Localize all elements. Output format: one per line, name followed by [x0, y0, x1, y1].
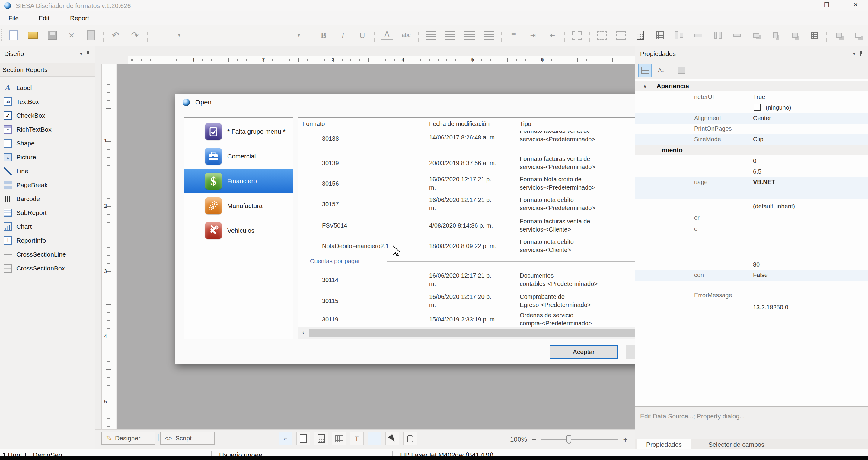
send-to-back-icon[interactable]: [852, 29, 865, 42]
zoom-slider-thumb[interactable]: [566, 435, 571, 444]
menu-file[interactable]: File: [2, 11, 25, 25]
category-financiero[interactable]: $ Financiero: [184, 169, 293, 193]
bring-to-front-icon[interactable]: [833, 29, 845, 42]
make-same-size-icon[interactable]: [788, 29, 801, 42]
chevron-down-icon[interactable]: ▾: [80, 51, 83, 57]
tab-designer[interactable]: ✎ Designer: [101, 432, 155, 444]
scroll-left-icon[interactable]: ‹: [300, 329, 307, 336]
tab-selector-de-campos[interactable]: Selector de campos: [696, 439, 777, 450]
column-header-formato[interactable]: Formato: [302, 120, 325, 127]
toolbox-item-subreport[interactable]: SubReport: [0, 206, 95, 220]
property-row[interactable]: SizeMode Clip: [635, 134, 868, 145]
color-swatch[interactable]: [754, 104, 761, 111]
toolbox-item-label[interactable]: A Label: [0, 81, 95, 95]
category-falta-grupo-menu[interactable]: * Falta grupo menu *: [184, 119, 293, 144]
bounds-icon[interactable]: [595, 29, 608, 42]
horizontal-scrollbar[interactable]: ‹ ›: [298, 327, 683, 339]
toolbox-item-checkbox[interactable]: ✓ CheckBox: [0, 109, 95, 123]
undo-icon[interactable]: ↶: [109, 29, 122, 42]
property-row[interactable]: 13.2.18250.0: [635, 302, 868, 313]
property-row[interactable]: (default, inherit): [635, 201, 868, 212]
toolbox-item-chart[interactable]: Chart: [0, 220, 95, 234]
minimize-button[interactable]: —: [790, 1, 804, 8]
page-dots-view-icon[interactable]: [314, 432, 328, 445]
property-row[interactable]: [635, 188, 868, 199]
property-row[interactable]: Alignment Center: [635, 113, 868, 124]
maximize-button[interactable]: ❐: [820, 1, 834, 8]
property-row[interactable]: er: [635, 213, 868, 223]
align-left-icon[interactable]: [425, 29, 437, 42]
toolbox-section-header[interactable]: Section Reports: [0, 63, 95, 77]
make-same-width-icon[interactable]: [750, 29, 763, 42]
align-middles-icon[interactable]: [692, 29, 705, 42]
pin-icon[interactable]: [85, 51, 90, 56]
save-icon[interactable]: [46, 29, 59, 42]
grid-box-icon[interactable]: [634, 29, 647, 42]
accept-button[interactable]: Aceptar: [550, 345, 618, 359]
property-row[interactable]: (ninguno): [635, 103, 868, 113]
grid-view-icon[interactable]: [332, 432, 346, 445]
property-row[interactable]: 6,5: [635, 166, 868, 177]
increase-indent-icon[interactable]: ⇥: [527, 29, 539, 42]
tab-script[interactable]: <> Script: [160, 432, 215, 444]
property-row[interactable]: 80: [635, 259, 868, 270]
menu-report[interactable]: Report: [63, 11, 96, 25]
toolbox-item-reportinfo[interactable]: i ReportInfo: [0, 234, 95, 247]
redo-icon[interactable]: ↷: [129, 29, 141, 42]
underline-icon[interactable]: U: [356, 29, 369, 42]
make-same-height-icon[interactable]: [769, 29, 782, 42]
scrollbar-thumb[interactable]: [309, 329, 661, 337]
property-row[interactable]: uage VB.NET: [635, 177, 868, 188]
toolbox-item-pagebreak[interactable]: PageBreak: [0, 178, 95, 192]
close-button[interactable]: ✕: [849, 1, 863, 8]
section-apariencia[interactable]: ∨ Apariencia: [635, 81, 868, 91]
bracket-size-icon[interactable]: [615, 29, 627, 42]
zoom-slider[interactable]: [541, 439, 618, 440]
ruler-toggle-icon[interactable]: ⌐: [279, 432, 292, 445]
pin-icon[interactable]: [858, 51, 863, 56]
page-view-icon[interactable]: [297, 432, 310, 445]
bold-icon[interactable]: B: [317, 29, 330, 42]
italic-icon[interactable]: I: [337, 29, 349, 42]
font-name-dropdown-icon[interactable]: ▾: [173, 29, 186, 42]
print-preview-icon[interactable]: [85, 29, 97, 42]
pan-hand-icon[interactable]: [403, 432, 417, 445]
toolbox-item-barcode[interactable]: Barcode: [0, 192, 95, 206]
column-header-tipo[interactable]: Tipo: [520, 120, 531, 127]
distribute-vertical-icon[interactable]: [731, 29, 743, 42]
property-row[interactable]: ErrorMessage: [635, 290, 868, 301]
align-to-grid-icon[interactable]: [808, 29, 820, 42]
font-color-icon[interactable]: A: [380, 30, 393, 40]
category-comercial[interactable]: Comercial: [184, 144, 293, 169]
toolbox-item-crosssectionbox[interactable]: CrossSectionBox: [0, 262, 95, 275]
zoom-out-icon[interactable]: −: [532, 435, 536, 444]
select-cursor-icon[interactable]: [385, 432, 399, 445]
grid-icon[interactable]: [653, 29, 666, 42]
property-row[interactable]: neterUI True: [635, 92, 868, 103]
sort-alphabetical-icon[interactable]: A↓: [655, 64, 668, 77]
snap-to-grid-icon[interactable]: [368, 432, 381, 445]
dialog-minimize-button[interactable]: —: [610, 96, 629, 109]
category-manufactura[interactable]: Manufactura: [184, 193, 293, 218]
font-size-dropdown-icon[interactable]: ▾: [292, 29, 305, 42]
toolbox-item-shape[interactable]: Shape: [0, 136, 95, 150]
property-row[interactable]: e: [635, 224, 868, 235]
column-separator[interactable]: [425, 119, 425, 130]
toolbox-item-textbox[interactable]: ab TextBox: [0, 95, 95, 109]
categorize-icon[interactable]: [638, 64, 652, 77]
property-row[interactable]: con False: [635, 270, 868, 281]
zoom-in-icon[interactable]: +: [623, 435, 627, 444]
open-folder-icon[interactable]: [27, 29, 39, 42]
distribute-horizontal-icon[interactable]: [711, 29, 724, 42]
column-header-fecha[interactable]: Fecha de modificación: [429, 120, 490, 127]
snap-lines-icon[interactable]: ⍑: [350, 432, 364, 445]
align-right-icon[interactable]: [463, 29, 476, 42]
tab-propiedades[interactable]: Propiedades: [637, 439, 691, 450]
chevron-down-icon[interactable]: ▾: [853, 51, 855, 57]
toolbox-item-line[interactable]: Line: [0, 164, 95, 178]
align-justify-icon[interactable]: [483, 29, 495, 42]
property-pages-icon[interactable]: [675, 64, 688, 77]
property-row[interactable]: PrintOnPages: [635, 124, 868, 134]
property-row[interactable]: 0: [635, 156, 868, 166]
decrease-indent-icon[interactable]: ⇤: [546, 29, 559, 42]
